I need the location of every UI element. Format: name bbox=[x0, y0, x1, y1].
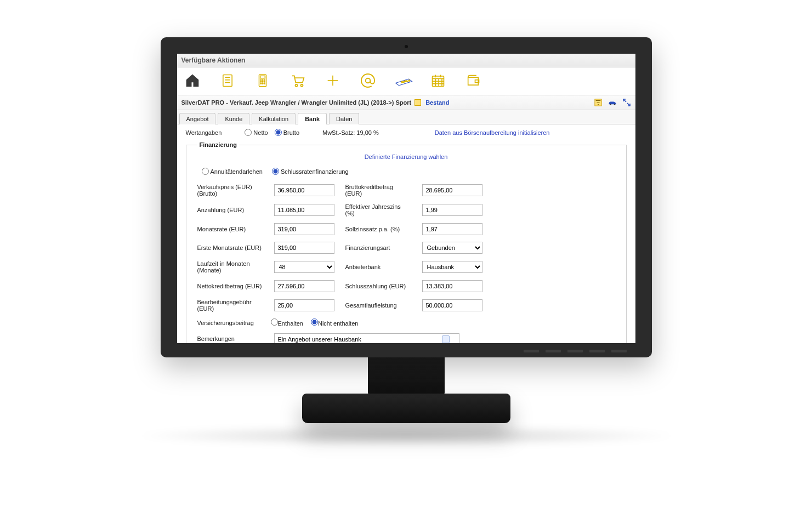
financing-type-row: Annuitätendarlehen Schlussratenfinanzier… bbox=[197, 164, 615, 184]
svg-rect-5 bbox=[260, 76, 265, 78]
bruttokredit-label: Bruttokreditbetrag (EUR) bbox=[345, 184, 411, 197]
versicherung-row: Versicherungsbeitrag Enthalten Nicht ent… bbox=[197, 312, 615, 327]
cart-icon[interactable] bbox=[288, 71, 308, 90]
page-title: SilverDAT PRO - Verkauf. Jeep Wrangler /… bbox=[181, 99, 412, 106]
plus-icon[interactable] bbox=[323, 71, 343, 90]
wertangaben-bar: Wertangaben Netto Brutto MwSt.-Satz: 19,… bbox=[177, 124, 635, 140]
svg-point-7 bbox=[262, 79, 263, 81]
svg-point-8 bbox=[264, 79, 265, 81]
camera-dot bbox=[405, 45, 408, 48]
list-icon[interactable] bbox=[218, 71, 237, 90]
bruttokredit-field[interactable] bbox=[422, 184, 482, 196]
anbieterbank-select[interactable]: Hausbank bbox=[422, 261, 482, 273]
bemerkungen-row: Bemerkungen bbox=[197, 327, 615, 343]
nettokredit-label: Nettokreditbetrag (EUR) bbox=[197, 283, 263, 289]
filter-icon[interactable] bbox=[594, 99, 603, 106]
bearbeitungsgebuehr-label: Bearbeitungsgebühr (EUR) bbox=[197, 299, 263, 312]
schlusszahlung-label: Schlusszahlung (EUR) bbox=[345, 283, 411, 289]
verkaufspreis-label: Verkaufspreis (EUR) (Brutto) bbox=[197, 184, 263, 197]
svg-point-33 bbox=[610, 104, 611, 105]
anzahlung-label: Anzahlung (EUR) bbox=[197, 207, 263, 213]
nettokredit-field[interactable] bbox=[274, 280, 334, 292]
svg-point-9 bbox=[260, 81, 261, 82]
calculator-icon[interactable] bbox=[253, 71, 272, 90]
mwst-label: MwSt.-Satz: 19,00 % bbox=[322, 129, 379, 136]
erste-rate-field[interactable] bbox=[274, 242, 334, 254]
app-screen: Verfügbare Aktionen bbox=[177, 54, 635, 343]
svg-point-10 bbox=[262, 81, 263, 82]
jahreszins-field[interactable] bbox=[422, 204, 482, 216]
bearbeitungsgebuehr-field[interactable] bbox=[274, 299, 334, 311]
finanzierung-panel: Finanzierung Definierte Finanzierung wäh… bbox=[186, 141, 627, 343]
calendar-icon[interactable] bbox=[428, 71, 448, 90]
svg-point-13 bbox=[262, 83, 263, 84]
versicherung-label: Versicherungsbeitrag bbox=[197, 320, 263, 326]
radio-annuitaet[interactable]: Annuitätendarlehen bbox=[202, 168, 263, 175]
title-right-actions bbox=[594, 99, 631, 106]
verkaufspreis-field[interactable] bbox=[274, 184, 334, 196]
finanzierungsart-label: Finanzierungsart bbox=[345, 244, 411, 251]
panel-title: Verfügbare Aktionen bbox=[177, 54, 635, 67]
choose-financing-link[interactable]: Definierte Finanzierung wählen bbox=[365, 153, 448, 160]
erste-rate-label: Erste Monatsrate (EUR) bbox=[197, 244, 263, 251]
jahreszins-label: Effektiver Jahreszins (%) bbox=[345, 203, 411, 217]
status-badge: Bestand bbox=[425, 99, 449, 106]
svg-rect-0 bbox=[223, 75, 231, 87]
schlusszahlung-field[interactable] bbox=[422, 280, 482, 292]
price-tag-icon[interactable]: 12.500,-€ bbox=[393, 71, 413, 90]
tabs: Angebot Kunde Kalkulation Bank Daten bbox=[177, 110, 635, 124]
svg-point-14 bbox=[264, 83, 265, 84]
breadcrumb-bar: SilverDAT PRO - Verkauf. Jeep Wrangler /… bbox=[177, 95, 635, 110]
car-icon[interactable] bbox=[608, 99, 617, 106]
tab-daten[interactable]: Daten bbox=[329, 113, 359, 124]
anbieterbank-label: Anbieterbank bbox=[345, 264, 411, 270]
paste-icon[interactable] bbox=[442, 335, 450, 343]
svg-point-16 bbox=[300, 84, 303, 87]
anzahlung-field[interactable] bbox=[274, 204, 334, 216]
financing-grid: Verkaufspreis (EUR) (Brutto) Bruttokredi… bbox=[197, 184, 615, 312]
laufzeit-label: Laufzeit in Monaten (Monate) bbox=[197, 260, 263, 274]
main-toolbar: 12.500,-€ bbox=[177, 67, 635, 95]
laufzeit-select[interactable]: 48 bbox=[274, 261, 334, 273]
monitor-base bbox=[302, 394, 510, 423]
svg-point-12 bbox=[260, 83, 261, 84]
svg-point-34 bbox=[614, 104, 615, 105]
sollzins-label: Sollzinssatz p.a. (%) bbox=[345, 226, 411, 232]
svg-point-11 bbox=[264, 81, 265, 82]
monitor-frame: Verfügbare Aktionen bbox=[161, 37, 652, 423]
monatsrate-field[interactable] bbox=[274, 223, 334, 235]
bemerkungen-textarea[interactable] bbox=[274, 333, 459, 343]
gesamtlaufleistung-field[interactable] bbox=[422, 299, 482, 311]
radio-enthalten[interactable]: Enthalten bbox=[271, 318, 303, 327]
sollzins-field[interactable] bbox=[422, 223, 482, 235]
at-icon[interactable] bbox=[358, 71, 378, 90]
wallet-icon[interactable] bbox=[463, 71, 483, 90]
home-icon[interactable] bbox=[183, 71, 202, 90]
tab-bank[interactable]: Bank bbox=[298, 113, 327, 124]
tab-angebot[interactable]: Angebot bbox=[179, 113, 216, 124]
monitor-neck bbox=[368, 357, 445, 396]
svg-point-15 bbox=[295, 84, 297, 87]
monitor-buttons bbox=[524, 350, 627, 352]
gesamtlaufleistung-label: Gesamtlaufleistung bbox=[345, 302, 411, 309]
status-badge-icon bbox=[414, 99, 421, 106]
svg-point-6 bbox=[260, 79, 261, 81]
finanzierungsart-select[interactable]: Gebunden bbox=[422, 242, 482, 254]
init-from-boerse-link[interactable]: Daten aus Börsenaufbereitung initialisie… bbox=[435, 129, 550, 136]
bemerkungen-label: Bemerkungen bbox=[197, 333, 263, 342]
tab-kunde[interactable]: Kunde bbox=[218, 113, 249, 124]
expand-icon[interactable] bbox=[622, 99, 631, 106]
finanzierung-legend: Finanzierung bbox=[197, 141, 239, 148]
radio-brutto[interactable]: Brutto bbox=[275, 129, 299, 136]
radio-nicht-enthalten[interactable]: Nicht enthalten bbox=[311, 318, 358, 327]
svg-point-19 bbox=[365, 78, 370, 83]
wertangaben-label: Wertangaben bbox=[186, 129, 222, 136]
tab-kalkulation[interactable]: Kalkulation bbox=[252, 113, 296, 124]
monatsrate-label: Monatsrate (EUR) bbox=[197, 226, 263, 232]
radio-netto[interactable]: Netto bbox=[245, 129, 268, 136]
monitor-shadow bbox=[132, 425, 680, 447]
radio-schlussraten[interactable]: Schlussratenfinanzierung bbox=[272, 168, 349, 175]
